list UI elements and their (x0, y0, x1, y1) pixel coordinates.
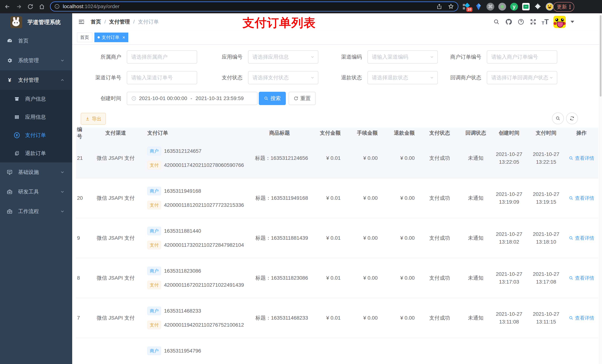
extension-green-dot-icon[interactable] (498, 2, 506, 11)
extension-puzzle-icon[interactable] (534, 2, 542, 11)
extension-emoji-icon[interactable] (545, 2, 554, 11)
sidebar-item-workflow[interactable]: 工作流程 (0, 202, 72, 221)
chevron-down-icon (430, 75, 434, 80)
view-detail-link[interactable]: 查看详情 (569, 315, 594, 321)
export-button[interactable]: 导出 (81, 113, 106, 125)
pay-channel: 微信 JSAPI 支付 (87, 258, 144, 298)
filter-label: 渠道编码 (321, 53, 362, 61)
create-time: 2021-10-2713:18:02 (491, 218, 527, 258)
view-detail-link[interactable]: 查看详情 (569, 275, 594, 281)
create-time: 2021-10-2713:11:08 (491, 298, 527, 338)
github-icon[interactable] (505, 18, 512, 26)
table-row: 20 微信 JSAPI 支付 商户 1635311949168 支付 42000… (76, 178, 598, 218)
channel-order-no-input[interactable]: 请输入渠道订单号 (127, 71, 197, 84)
fullscreen-icon[interactable] (529, 18, 537, 26)
tab-home[interactable]: 首页 (77, 32, 92, 42)
sidebar-item-payment[interactable]: ¥ 支付管理 (0, 70, 72, 90)
sidebar-item-infra[interactable]: 基础设施 (0, 162, 72, 182)
action-cell: 查看详情 (565, 218, 598, 258)
extension-kite-icon[interactable] (474, 2, 483, 11)
action-cell: 查看详情 (565, 298, 598, 338)
page-scrollbar[interactable] (599, 13, 602, 364)
filter-label: 应用编号 (202, 53, 243, 61)
avatar[interactable] (553, 16, 566, 28)
search-icon[interactable] (493, 18, 500, 26)
share-icon[interactable] (436, 3, 442, 10)
merchant-order-no: 1635311954796 (164, 348, 201, 354)
filter-app: 应用编号 请选择应用信息 (202, 50, 318, 64)
breadcrumb: 首页 / 支付管理 / 支付订单 (91, 13, 159, 30)
chevron-down-icon (549, 75, 553, 80)
browser-menu-icon[interactable] (570, 4, 570, 10)
reset-button[interactable]: 重置 (289, 92, 316, 105)
notify-status: 未通知 (461, 298, 491, 338)
pay-tag: 支付 (147, 241, 161, 249)
search-button[interactable]: 搜索 (259, 92, 286, 105)
refresh-button[interactable] (566, 113, 578, 124)
hamburger-icon[interactable] (77, 18, 86, 26)
show-search-button[interactable] (552, 113, 564, 124)
sidebar-item-app-info[interactable]: 应用信息 (0, 108, 72, 126)
refund-status-select[interactable]: 请选择退款状态 (367, 71, 438, 84)
product-title: 标题：1635311949168 (248, 178, 311, 218)
view-detail-link[interactable]: 查看详情 (569, 155, 594, 161)
close-icon[interactable]: × (122, 35, 125, 40)
sidebar-item-label: 支付订单 (25, 132, 46, 139)
view-detail-link[interactable]: 查看详情 (569, 235, 594, 241)
table-header: 编号 支付渠道 支付订单 商品标题 支付金额 手续金额 退款金额 支付状态 回调… (76, 128, 598, 138)
sidebar-item-merchant-info[interactable]: 商户信息 (0, 90, 72, 108)
filter-label: 所属商户 (81, 53, 121, 61)
browser-back-icon[interactable] (3, 3, 11, 11)
font-size-icon[interactable]: TT (542, 18, 549, 25)
tab-pay-order[interactable]: 支付订单 × (94, 32, 128, 42)
document-icon (14, 151, 20, 156)
extension-y-icon[interactable]: y (510, 2, 518, 11)
pay-order-cell: 商户 1635311468233 支付 42000011942021102767… (144, 298, 248, 338)
browser-home-icon[interactable] (38, 3, 46, 11)
notify-status: 未通知 (461, 138, 491, 178)
merchant-order-no: 1635311468233 (164, 308, 201, 314)
extension-chat-icon[interactable] (522, 2, 530, 11)
merchant-order-no: 1635312124657 (164, 148, 201, 154)
breadcrumb-home[interactable]: 首页 (91, 18, 101, 25)
order-id: 8 (76, 258, 87, 298)
pay-amount: ¥ 0.01 (311, 178, 344, 218)
sidebar-item-pay-order[interactable]: ¥ 支付订单 (0, 126, 72, 144)
breadcrumb-section[interactable]: 支付管理 (109, 18, 130, 25)
extension-diamond-icon[interactable]: 10 (462, 2, 471, 11)
sidebar-item-system[interactable]: 系统管理 (0, 51, 72, 70)
channel-code-select[interactable]: 请输入渠道编码 (367, 50, 438, 64)
callback-status-select[interactable]: 请选择订单回调商户状态 (487, 71, 557, 84)
chevron-down-icon (60, 170, 65, 175)
browser-update-button[interactable]: 更新 (553, 2, 574, 12)
merchant-select[interactable]: 请选择所属商户 (127, 50, 197, 64)
app-select[interactable]: 请选择应用信息 (248, 50, 318, 64)
merchant-tag: 商户 (147, 147, 161, 155)
browser-forward-icon[interactable] (15, 3, 23, 11)
pay-status-select[interactable]: 请选择支付状态 (248, 71, 318, 84)
pay-status: 支付成功 (418, 218, 461, 258)
url-bar[interactable]: localhost :1024/pay/order (50, 1, 458, 11)
pay-status: 支付成功 (418, 178, 461, 218)
bookmark-star-icon[interactable] (448, 3, 454, 10)
sidebar-item-label: 系统管理 (18, 57, 39, 64)
col-channel: 支付渠道 (87, 129, 144, 136)
sidebar-item-label: 基础设施 (18, 169, 39, 176)
sidebar-item-refund-order[interactable]: 退款订单 (0, 144, 72, 162)
avatar-caret-icon[interactable] (570, 21, 574, 23)
sidebar: 芋道管理系统 首页 系统管理 ¥ 支付管理 (0, 13, 72, 364)
create-time-range-picker[interactable]: 2021-10-01 00:00:00 - 2021-10-31 23:59:5… (127, 92, 258, 105)
merchant-order-no-input[interactable]: 请输入商户订单编号 (487, 50, 557, 64)
site-info-icon[interactable] (54, 4, 60, 9)
product-title (248, 338, 311, 364)
sidebar-item-home[interactable]: 首页 (0, 31, 72, 51)
view-detail-link[interactable]: 查看详情 (569, 195, 594, 201)
yen-circle-icon: ¥ (14, 132, 20, 138)
merchant-tag: 商户 (147, 347, 161, 355)
sidebar-item-dev-tools[interactable]: 研发工具 (0, 182, 72, 202)
help-icon[interactable] (517, 18, 525, 26)
browser-reload-icon[interactable] (26, 3, 34, 11)
extension-command-icon[interactable]: ⌘ (486, 2, 495, 11)
filter-refund-status: 退款状态 请选择退款状态 (321, 71, 438, 84)
scrollbar-thumb[interactable] (600, 15, 602, 96)
